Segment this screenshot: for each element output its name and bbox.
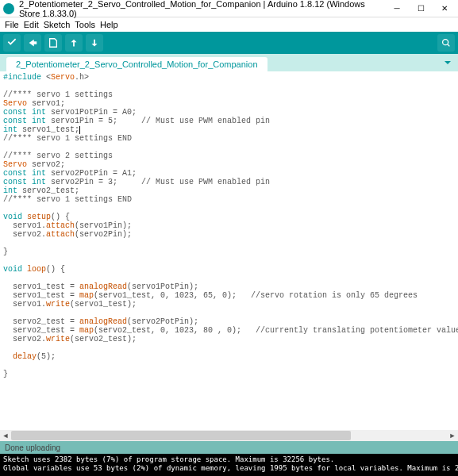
code-token: const <box>3 178 27 186</box>
svg-point-0 <box>443 40 448 45</box>
code-token: int <box>27 108 46 117</box>
code-editor[interactable]: #include <Servo.h> //**** servo 1 settin… <box>0 71 458 430</box>
tab-menu-button[interactable] <box>442 57 453 68</box>
code-token: () { <box>46 265 65 274</box>
toolbar <box>0 32 458 54</box>
menubar: File Edit Sketch Tools Help <box>0 17 458 32</box>
code-token: servo2Pin = 3; <box>46 178 117 186</box>
code-token: servo2. <box>3 230 46 239</box>
menu-sketch[interactable]: Sketch <box>42 20 72 29</box>
code-token: attach <box>46 221 75 230</box>
verify-button[interactable] <box>3 34 21 52</box>
code-token: int <box>27 178 46 186</box>
menu-help[interactable]: Help <box>98 20 120 29</box>
code-token: servo2PotPin = A1; <box>46 169 137 178</box>
code-token: const <box>3 117 27 125</box>
maximize-button[interactable]: ☐ <box>409 1 433 17</box>
window-controls: ─ ☐ ✕ <box>385 1 456 17</box>
menu-file[interactable]: File <box>3 20 21 29</box>
code-token: Servo <box>51 73 75 82</box>
code-token: attach <box>46 230 75 239</box>
code-token: } <box>3 248 8 256</box>
code-token: servo1_test = <box>3 282 79 291</box>
code-comment: //currently translating potentiometer va… <box>241 326 458 335</box>
code-token: write <box>46 335 70 344</box>
code-token: servo1Pin = 5; <box>46 117 117 125</box>
code-token: (servo2_test); <box>70 335 137 344</box>
code-token: (5); <box>37 352 56 361</box>
status-text: Done uploading <box>5 443 60 452</box>
code-token: < <box>41 73 51 82</box>
code-comment: // Must use PWM enabled pin <box>117 178 270 186</box>
code-token: analogRead <box>79 282 127 291</box>
code-token: const <box>3 169 27 178</box>
code-token: servo1. <box>3 221 46 230</box>
code-token: (servo1Pin); <box>75 221 132 230</box>
code-token: servo2. <box>3 335 46 344</box>
code-comment: // Must use PWM enabled pin <box>117 117 270 125</box>
close-button[interactable]: ✕ <box>433 1 456 17</box>
titlebar: 2_Potentiometer_2_Servo_Controlled_Motio… <box>0 0 458 17</box>
code-token: servo1; <box>27 99 65 108</box>
code-token: Servo <box>3 160 27 169</box>
console-line: Sketch uses 2382 bytes (7%) of program s… <box>3 455 334 463</box>
code-comment: //servo rotation is only 65 degrees <box>237 291 418 300</box>
code-token: map <box>79 326 94 335</box>
code-token: loop <box>22 265 46 274</box>
window-title: 2_Potentiometer_2_Servo_Controlled_Motio… <box>19 0 385 18</box>
code-token: () { <box>51 213 70 221</box>
code-token: int <box>3 125 17 134</box>
tab-sketch[interactable]: 2_Potentiometer_2_Servo_Controlled_Motio… <box>6 57 267 71</box>
app-icon <box>3 3 14 14</box>
code-token: } <box>3 370 8 378</box>
menu-edit[interactable]: Edit <box>22 20 40 29</box>
code-token: int <box>27 169 46 178</box>
scroll-track[interactable] <box>11 430 447 441</box>
scroll-thumb[interactable] <box>11 431 351 440</box>
code-token: write <box>46 300 70 309</box>
code-comment: //**** servo 1 settings END <box>3 195 132 204</box>
code-token: (servo1_test); <box>70 300 137 309</box>
code-token: (servo2Pin); <box>75 230 132 239</box>
console-output[interactable]: Sketch uses 2382 bytes (7%) of program s… <box>0 454 458 476</box>
code-token: servo2; <box>27 160 65 169</box>
status-message: Done uploading <box>0 441 458 454</box>
tabbar: 2_Potentiometer_2_Servo_Controlled_Motio… <box>0 54 458 71</box>
minimize-button[interactable]: ─ <box>385 1 409 17</box>
menu-tools[interactable]: Tools <box>73 20 97 29</box>
code-token: servo2_test; <box>17 186 79 195</box>
new-button[interactable] <box>44 34 62 52</box>
code-token: map <box>79 291 94 300</box>
upload-button[interactable] <box>24 34 41 52</box>
code-token: int <box>27 117 46 125</box>
code-token: (servo1_test, 0, 1023, 65, 0); <box>94 291 237 300</box>
code-token: delay <box>3 352 37 361</box>
console-line: Global variables use 53 bytes (2%) of dy… <box>3 464 458 472</box>
code-token: void <box>3 213 22 221</box>
code-comment: //**** servo 1 settings END <box>3 134 132 143</box>
serial-monitor-button[interactable] <box>437 34 455 52</box>
code-comment: //**** servo 1 settings <box>3 90 113 99</box>
code-token: (servo1PotPin); <box>127 282 198 291</box>
text-cursor <box>79 126 80 134</box>
editor-area: #include <Servo.h> //**** servo 1 settin… <box>0 71 458 441</box>
code-token: analogRead <box>79 317 127 326</box>
code-token: #include <box>3 73 41 82</box>
scroll-left-icon[interactable]: ◄ <box>0 430 11 441</box>
code-token: const <box>3 108 27 117</box>
open-button[interactable] <box>65 34 83 52</box>
code-token: servo2_test = <box>3 317 79 326</box>
code-token: servo1. <box>3 300 46 309</box>
horizontal-scrollbar[interactable]: ◄ ► <box>0 430 458 441</box>
code-token: (servo2_test, 0, 1023, 80 , 0); <box>94 326 241 335</box>
code-token: servo1_test; <box>17 125 79 134</box>
code-token: setup <box>22 213 51 221</box>
code-token: void <box>3 265 22 274</box>
code-token: .h> <box>75 73 89 82</box>
code-token: servo2_test = <box>3 326 79 335</box>
code-token: (servo2PotPin); <box>127 317 198 326</box>
save-button[interactable] <box>86 34 103 52</box>
scroll-right-icon[interactable]: ► <box>447 430 458 441</box>
code-token: Servo <box>3 99 27 108</box>
code-token: servo1PotPin = A0; <box>46 108 137 117</box>
